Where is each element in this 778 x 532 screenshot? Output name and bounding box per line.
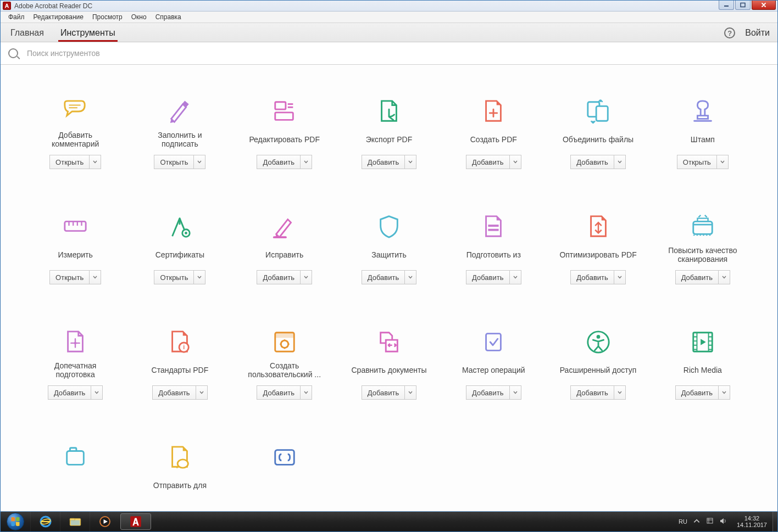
tool-comment[interactable]: Добавить комментарийОткрыть [25, 98, 125, 169]
tool-action-button[interactable]: Добавить [152, 385, 207, 400]
login-link[interactable]: Войти [745, 28, 770, 38]
tool-action-button[interactable]: Добавить [466, 270, 521, 284]
taskbar-mediaplayer-icon[interactable] [90, 512, 119, 531]
chevron-down-icon[interactable] [719, 386, 730, 399]
tool-action-button[interactable]: Открыть [677, 155, 729, 169]
tool-action-button[interactable]: Добавить [466, 385, 521, 400]
standards-icon [166, 328, 193, 356]
tool-label: Исправить [265, 245, 303, 265]
taskbar-explorer-icon[interactable] [60, 512, 90, 531]
tool-export-pdf[interactable]: Экспорт PDFДобавить [339, 98, 439, 169]
tool-action-button[interactable]: Открыть [154, 270, 205, 284]
tool-combine[interactable]: Объединить файлыДобавить [548, 98, 648, 169]
tool-custom-tool[interactable]: Создать пользовательский ...Добавить [235, 328, 335, 400]
tool-action-label: Добавить [466, 271, 509, 284]
chevron-down-icon[interactable] [405, 386, 416, 399]
chevron-down-icon[interactable] [301, 271, 312, 284]
chevron-down-icon[interactable] [510, 386, 521, 399]
tool-action-button[interactable]: Добавить [257, 155, 312, 169]
tool-action-button[interactable]: Добавить [675, 270, 730, 284]
maximize-button[interactable] [735, 1, 751, 10]
measure-icon [62, 213, 89, 240]
show-desktop-button[interactable] [773, 512, 777, 531]
chevron-down-icon[interactable] [614, 271, 625, 284]
minimize-button[interactable] [719, 1, 734, 10]
tool-action-button[interactable]: Добавить [362, 385, 416, 400]
chevron-down-icon[interactable] [196, 386, 207, 399]
close-button[interactable] [752, 1, 776, 10]
tool-action-button[interactable]: Добавить [257, 270, 312, 284]
search-input[interactable] [26, 48, 770, 58]
tool-create-pdf[interactable]: Создать PDFДобавить [443, 98, 543, 169]
tool-action-button[interactable]: Открыть [154, 155, 205, 169]
tool-action-label: Открыть [677, 155, 717, 169]
chevron-down-icon[interactable] [194, 155, 205, 169]
tool-accessibility[interactable]: Расширенный доступДобавить [548, 328, 648, 400]
menu-file[interactable]: Файл [4, 12, 29, 22]
tool-action-label: Добавить [466, 386, 509, 399]
start-button[interactable] [1, 512, 30, 531]
tool-label: Редактировать PDF [249, 130, 320, 149]
menu-edit[interactable]: Редактирование [29, 12, 88, 22]
chevron-down-icon[interactable] [194, 271, 205, 284]
tool-action-button[interactable]: Добавить [466, 155, 521, 169]
tool-prepare[interactable]: Подготовить изДобавить [443, 213, 543, 284]
tool-fill-sign[interactable]: Заполнить и подписатьОткрыть [130, 98, 230, 169]
menu-window[interactable]: Окно [127, 12, 151, 22]
tray-chevron-up-icon[interactable] [693, 517, 701, 527]
tool-action-button[interactable]: Добавить [362, 155, 416, 169]
tool-javascript[interactable] [235, 444, 335, 495]
tool-edit-pdf[interactable]: Редактировать PDFДобавить [235, 98, 335, 169]
tool-action-button[interactable]: Добавить [257, 385, 312, 400]
chevron-down-icon[interactable] [614, 155, 625, 169]
tool-optimize[interactable]: Оптимизировать PDFДобавить [548, 213, 648, 284]
taskbar-ie-icon[interactable] [30, 512, 60, 531]
tool-rich-media[interactable]: Rich MediaДобавить [653, 328, 753, 400]
tool-action-button[interactable]: Добавить [570, 155, 625, 169]
tools-grid: Добавить комментарийОткрытьЗаполнить и п… [25, 98, 753, 495]
chevron-down-icon[interactable] [510, 271, 521, 284]
tray-action-center-icon[interactable] [706, 517, 714, 527]
tool-stamp[interactable]: ШтампОткрыть [653, 98, 753, 169]
tray-volume-icon[interactable] [719, 517, 727, 527]
tool-preflight[interactable]: Допечатная подготовкаДобавить [25, 328, 125, 400]
tool-action-button[interactable]: Добавить [675, 385, 730, 400]
tool-send[interactable]: Отправить для [130, 444, 230, 495]
custom-icon [271, 328, 298, 356]
optimize-icon [585, 213, 612, 240]
menu-help[interactable]: Справка [151, 12, 186, 22]
chevron-down-icon[interactable] [405, 271, 416, 284]
help-icon[interactable]: ? [724, 27, 735, 38]
chevron-down-icon[interactable] [719, 271, 730, 284]
chevron-down-icon[interactable] [510, 155, 521, 169]
chevron-down-icon[interactable] [91, 386, 102, 399]
tool-action-button[interactable]: Добавить [570, 270, 625, 284]
tool-action-button[interactable]: Добавить [48, 385, 103, 400]
chevron-down-icon[interactable] [614, 386, 625, 399]
chevron-down-icon[interactable] [717, 155, 728, 169]
chevron-down-icon[interactable] [90, 271, 101, 284]
tool-action-button[interactable]: Добавить [570, 385, 625, 400]
tool-certs[interactable]: СертификатыОткрыть [130, 213, 230, 284]
tool-protect[interactable]: ЗащититьДобавить [339, 213, 439, 284]
tool-action-button[interactable]: Добавить [362, 270, 416, 284]
menu-view[interactable]: Просмотр [88, 12, 127, 22]
tool-compare[interactable]: Сравнить документыДобавить [339, 328, 439, 400]
chevron-down-icon[interactable] [301, 155, 312, 169]
tool-index[interactable] [25, 444, 125, 495]
tool-measure[interactable]: ИзмеритьОткрыть [25, 213, 125, 284]
tool-redact[interactable]: ИсправитьДобавить [235, 213, 335, 284]
tool-action-button[interactable]: Открыть [49, 155, 101, 169]
tool-action-button[interactable]: Открыть [49, 270, 101, 284]
tool-standards[interactable]: Стандарты PDFДобавить [130, 328, 230, 400]
tray-language[interactable]: RU [679, 518, 687, 525]
chevron-down-icon[interactable] [405, 155, 416, 169]
chevron-down-icon[interactable] [90, 155, 101, 169]
tool-action-wiz[interactable]: Мастер операцийДобавить [443, 328, 543, 400]
tab-home[interactable]: Главная [8, 25, 46, 42]
tool-scan-enh[interactable]: Повысить качество сканированияДобавить [653, 213, 753, 284]
taskbar-clock[interactable]: 14:32 14.11.2017 [731, 512, 773, 531]
tab-tools[interactable]: Инструменты [58, 25, 118, 42]
chevron-down-icon[interactable] [301, 386, 312, 399]
taskbar-acrobat-icon[interactable] [120, 513, 151, 530]
